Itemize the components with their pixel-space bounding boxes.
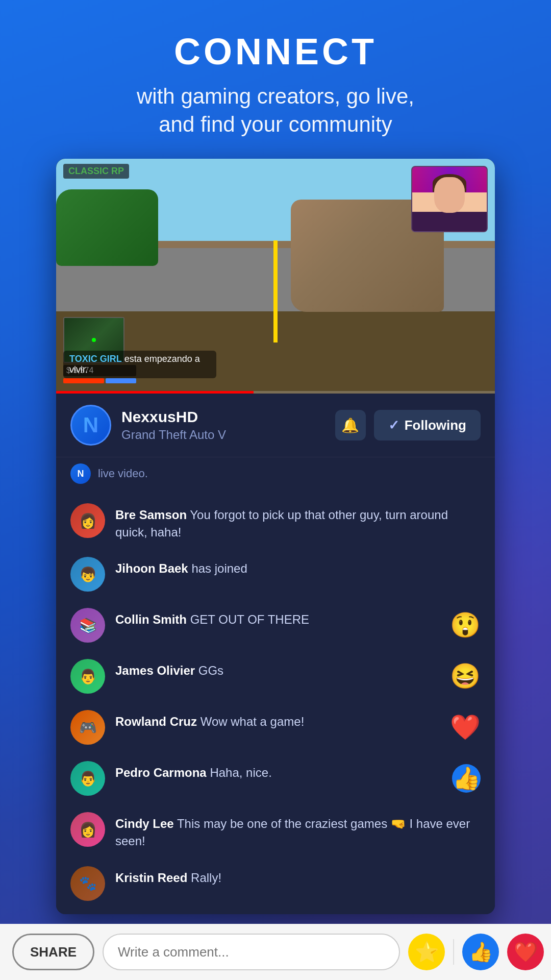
reaction-divider bbox=[453, 939, 454, 965]
comment-text: Bre Samson You forgot to pick up that ot… bbox=[115, 503, 481, 541]
video-progress-bar bbox=[56, 391, 495, 394]
person-face bbox=[434, 177, 465, 213]
comment-text: Kristin Reed Rally! bbox=[115, 866, 481, 887]
comment-body: GET OUT OF THERE bbox=[190, 612, 309, 626]
comment-emoji: ❤️ bbox=[450, 713, 481, 742]
comment-author: Cindy Lee bbox=[115, 817, 174, 830]
health-bars bbox=[63, 378, 136, 383]
live-avatar-small: N bbox=[70, 463, 91, 484]
share-button[interactable]: SHARE bbox=[12, 934, 94, 970]
streamer-avatar-letter: N bbox=[83, 413, 98, 437]
comment-emoji: 😲 bbox=[450, 611, 481, 640]
bell-icon: 🔔 bbox=[341, 417, 359, 434]
comment-input[interactable] bbox=[103, 934, 400, 970]
comment-text: Rowland Cruz Wow what a game! bbox=[115, 710, 481, 730]
comment-avatar: 👦 bbox=[70, 557, 105, 592]
comment-emoji: 👍 bbox=[452, 764, 481, 793]
header-section: CONNECT with gaming creators, go live,an… bbox=[137, 0, 414, 138]
bottom-bar: SHARE ⭐ 👍 ❤️ bbox=[0, 924, 551, 980]
list-item: 👨 Pedro Carmona Haha, nice. 👍 bbox=[56, 753, 495, 804]
following-label: Following bbox=[405, 418, 466, 433]
hud-tag: CLASSIC RP bbox=[63, 164, 129, 179]
love-icon: ❤️ bbox=[514, 941, 538, 963]
streamer-actions: 🔔 ✓ Following bbox=[335, 410, 481, 440]
comment-body: Rally! bbox=[191, 871, 221, 885]
comment-avatar: 👩 bbox=[70, 503, 105, 538]
video-progress-fill bbox=[56, 391, 254, 394]
star-icon: ⭐ bbox=[415, 941, 439, 963]
comment-text: Jihoon Baek has joined bbox=[115, 557, 481, 577]
list-item: 👦 Jihoon Baek has joined bbox=[56, 549, 495, 600]
live-notice-text: live video. bbox=[98, 467, 148, 480]
comment-avatar: 📚 bbox=[70, 608, 105, 643]
comment-body: GGs bbox=[198, 664, 223, 677]
list-item: 🐾 Kristin Reed Rally! bbox=[56, 858, 495, 909]
following-checkmark: ✓ bbox=[388, 418, 399, 433]
page-title: CONNECT bbox=[137, 31, 414, 72]
armor-bar bbox=[106, 378, 136, 383]
like-reaction-button[interactable]: 👍 bbox=[462, 934, 499, 970]
list-item: 👩 Cindy Lee This may be one of the crazi… bbox=[56, 804, 495, 857]
video-container[interactable]: CLASSIC RP $ 5,574 TOXIC GIRL esta empez… bbox=[56, 159, 495, 394]
comment-author: Jihoon Baek bbox=[115, 561, 188, 575]
streamer-text: NexxusHD Grand Theft Auto V bbox=[121, 408, 325, 442]
comment-emoji: 😆 bbox=[450, 662, 481, 691]
comment-author: Bre Samson bbox=[115, 508, 187, 522]
list-item: 👨 James Olivier GGs 😆 bbox=[56, 651, 495, 702]
comment-avatar: 👨 bbox=[70, 659, 105, 694]
page-wrapper: CONNECT with gaming creators, go live,an… bbox=[0, 0, 551, 980]
star-reaction-button[interactable]: ⭐ bbox=[408, 934, 445, 970]
streamer-avatar: N bbox=[70, 405, 111, 446]
comment-text: Cindy Lee This may be one of the crazies… bbox=[115, 812, 481, 849]
following-button[interactable]: ✓ Following bbox=[374, 410, 481, 440]
health-bar bbox=[63, 378, 104, 383]
list-item: 📚 Collin Smith GET OUT OF THERE 😲 bbox=[56, 600, 495, 651]
webcam-person bbox=[412, 167, 487, 231]
live-notice: N live video. bbox=[56, 457, 495, 490]
vegetation bbox=[56, 189, 158, 266]
like-icon: 👍 bbox=[469, 941, 493, 963]
notification-bell-button[interactable]: 🔔 bbox=[335, 410, 366, 440]
comment-text: James Olivier GGs bbox=[115, 659, 481, 679]
love-reaction-button[interactable]: ❤️ bbox=[507, 934, 544, 970]
chat-overlay-name: TOXIC GIRL bbox=[69, 354, 122, 364]
comment-author: Pedro Carmona bbox=[115, 766, 207, 779]
comment-author: Collin Smith bbox=[115, 612, 187, 626]
comment-body: Wow what a game! bbox=[201, 715, 305, 728]
comment-avatar: 👨 bbox=[70, 761, 105, 796]
comment-author: James Olivier bbox=[115, 664, 195, 677]
page-subtitle: with gaming creators, go live,and find y… bbox=[137, 83, 414, 138]
chat-overlay: TOXIC GIRL esta empezando a vivir. bbox=[63, 351, 216, 378]
comments-section: 👩 Bre Samson You forgot to pick up that … bbox=[56, 490, 495, 914]
comment-text: Collin Smith GET OUT OF THERE bbox=[115, 608, 481, 628]
comment-body: has joined bbox=[191, 561, 247, 575]
comment-author: Kristin Reed bbox=[115, 871, 187, 885]
streamer-info: N NexxusHD Grand Theft Auto V 🔔 ✓ Follow… bbox=[56, 394, 495, 457]
main-card: CLASSIC RP $ 5,574 TOXIC GIRL esta empez… bbox=[56, 159, 495, 914]
webcam-overlay bbox=[411, 166, 488, 232]
streamer-game: Grand Theft Auto V bbox=[121, 428, 325, 442]
comment-avatar: 🎮 bbox=[70, 710, 105, 745]
list-item: 🎮 Rowland Cruz Wow what a game! ❤️ bbox=[56, 702, 495, 753]
list-item: 👩 Bre Samson You forgot to pick up that … bbox=[56, 495, 495, 549]
comment-body: Haha, nice. bbox=[210, 766, 271, 779]
streamer-name: NexxusHD bbox=[121, 408, 325, 426]
comment-avatar: 👩 bbox=[70, 812, 105, 847]
comment-text: Pedro Carmona Haha, nice. bbox=[115, 761, 481, 781]
comment-avatar: 🐾 bbox=[70, 866, 105, 901]
comment-author: Rowland Cruz bbox=[115, 715, 197, 728]
